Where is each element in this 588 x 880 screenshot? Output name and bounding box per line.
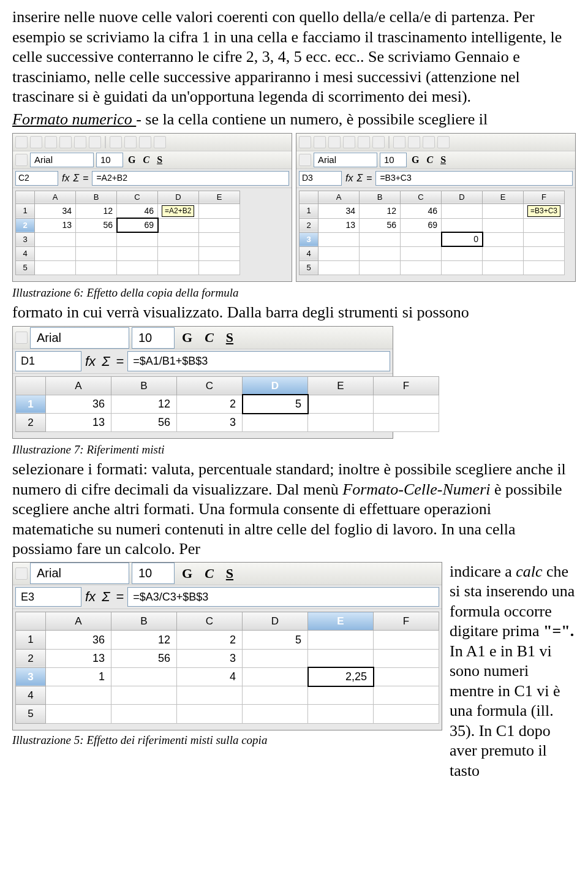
row-header[interactable]: 3 — [16, 667, 46, 686]
corner-header[interactable] — [16, 376, 46, 395]
font-selector[interactable]: Arial — [30, 153, 94, 168]
col-header[interactable]: B — [76, 191, 117, 203]
cell[interactable] — [524, 232, 565, 246]
row-header[interactable]: 1 — [16, 395, 46, 413]
cell[interactable] — [199, 260, 240, 275]
cell[interactable]: 1 — [46, 667, 111, 686]
cell[interactable] — [158, 232, 199, 246]
cell[interactable] — [483, 218, 524, 232]
cell[interactable] — [401, 260, 442, 275]
cell[interactable] — [442, 203, 483, 218]
cell[interactable]: 56 — [111, 649, 177, 667]
print-icon[interactable] — [372, 136, 385, 148]
bold-button[interactable]: G — [409, 154, 421, 166]
underline-button[interactable]: S — [154, 154, 165, 166]
spellcheck-icon[interactable] — [393, 136, 405, 148]
sigma-icon[interactable]: Σ — [73, 172, 79, 184]
cell-grid[interactable]: A B C D E F 1 34 12 46 =B3+C3 2 13 56 69 — [299, 191, 565, 275]
copy-icon[interactable] — [423, 136, 435, 148]
paste-icon[interactable] — [437, 136, 450, 148]
col-header[interactable]: A — [35, 191, 76, 203]
style-icon[interactable] — [299, 154, 311, 166]
col-header[interactable]: C — [401, 191, 442, 203]
cell[interactable] — [401, 232, 442, 246]
row-header[interactable]: 2 — [16, 218, 35, 232]
col-header[interactable]: C — [177, 376, 243, 395]
cell-grid[interactable]: A B C D E F 1 36 12 2 5 2 — [15, 612, 439, 724]
spellcheck-icon[interactable] — [110, 136, 122, 148]
cell[interactable] — [76, 260, 117, 275]
cell-reference-box[interactable]: D1 — [15, 351, 81, 371]
row-header[interactable]: 4 — [16, 686, 46, 705]
cell-reference-box[interactable]: C2 — [15, 171, 58, 186]
style-icon[interactable] — [15, 154, 28, 166]
cell[interactable] — [76, 246, 117, 260]
cut-icon[interactable] — [124, 136, 137, 148]
corner-header[interactable] — [16, 612, 46, 631]
col-header[interactable]: F — [524, 191, 565, 203]
row-header[interactable]: 2 — [300, 218, 318, 232]
row-header[interactable]: 1 — [16, 203, 35, 218]
cell[interactable]: 46 — [401, 203, 442, 218]
bold-button[interactable]: G — [177, 329, 197, 346]
pdf-icon[interactable] — [358, 136, 370, 148]
open-icon[interactable] — [314, 136, 326, 148]
row-header[interactable]: 1 — [300, 203, 318, 218]
cell[interactable] — [243, 705, 308, 723]
equals-icon[interactable]: = — [366, 172, 372, 184]
cell[interactable] — [442, 218, 483, 232]
new-doc-icon[interactable] — [299, 136, 311, 148]
cell[interactable] — [35, 246, 76, 260]
cell[interactable]: 46 — [117, 203, 158, 218]
cell[interactable] — [35, 232, 76, 246]
sigma-icon[interactable]: Σ — [102, 353, 110, 370]
cell[interactable]: 13 — [46, 649, 111, 667]
cell[interactable]: 34 — [318, 203, 360, 218]
save-icon[interactable] — [328, 136, 341, 148]
col-header[interactable]: B — [360, 191, 401, 203]
underline-button[interactable]: S — [221, 565, 238, 582]
cell[interactable]: 2 — [177, 631, 243, 649]
cell[interactable] — [483, 246, 524, 260]
row-header[interactable]: 5 — [16, 260, 35, 275]
cell[interactable] — [199, 246, 240, 260]
col-header[interactable]: A — [46, 612, 111, 631]
italic-button[interactable]: C — [200, 565, 219, 582]
cell[interactable] — [442, 260, 483, 275]
equals-icon[interactable]: = — [116, 588, 124, 605]
copy-icon[interactable] — [139, 136, 151, 148]
cell[interactable]: 12 — [76, 203, 117, 218]
save-icon[interactable] — [45, 136, 57, 148]
cell[interactable]: 3 — [177, 649, 243, 667]
cell[interactable] — [111, 705, 177, 723]
cell[interactable] — [483, 260, 524, 275]
bold-button[interactable]: G — [126, 154, 138, 166]
cell[interactable] — [483, 232, 524, 246]
row-header[interactable]: 1 — [16, 631, 46, 649]
italic-button[interactable]: C — [200, 329, 219, 346]
row-header[interactable]: 2 — [16, 414, 46, 432]
cell[interactable] — [442, 246, 483, 260]
cell[interactable] — [158, 260, 199, 275]
row-header[interactable]: 3 — [16, 232, 35, 246]
formula-input[interactable]: =$A3/C3+$B$3 — [127, 587, 439, 607]
italic-button[interactable]: C — [140, 154, 152, 166]
cell[interactable] — [374, 631, 439, 649]
cell[interactable] — [308, 395, 374, 413]
cell[interactable]: 69 — [401, 218, 442, 232]
cell[interactable] — [111, 686, 177, 705]
row-header[interactable]: 5 — [300, 260, 318, 275]
bold-button[interactable]: G — [177, 565, 197, 582]
cell[interactable] — [308, 414, 374, 432]
cell[interactable] — [199, 203, 240, 218]
cell[interactable] — [524, 260, 565, 275]
cell[interactable] — [117, 232, 158, 246]
row-header[interactable]: 4 — [300, 246, 318, 260]
font-size-selector[interactable]: 10 — [132, 563, 175, 584]
cell[interactable]: 56 — [111, 414, 177, 432]
cell[interactable] — [243, 414, 308, 432]
cell[interactable] — [243, 649, 308, 667]
col-header[interactable]: E — [308, 376, 374, 395]
cell[interactable]: 5 — [243, 395, 308, 413]
font-selector[interactable]: Arial — [30, 563, 129, 584]
